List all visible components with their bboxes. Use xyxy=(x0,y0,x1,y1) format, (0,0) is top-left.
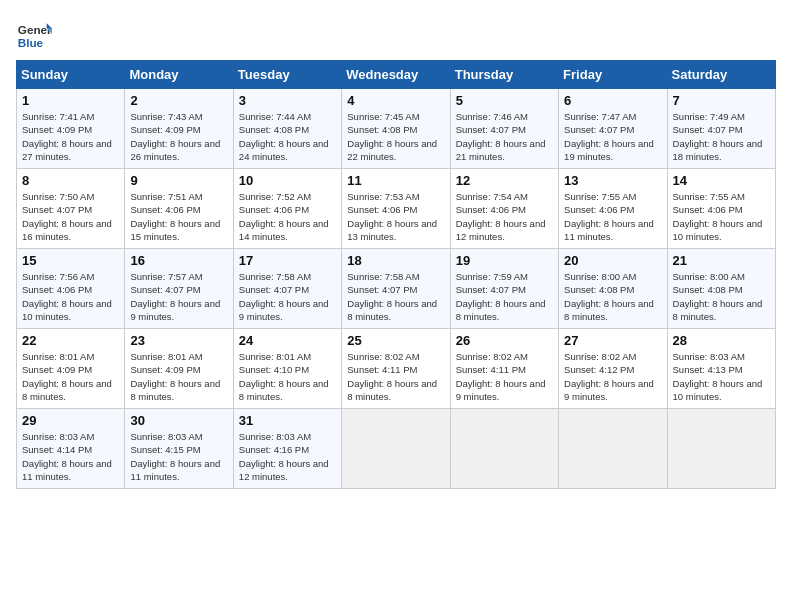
calendar-week-row: 15Sunrise: 7:56 AMSunset: 4:06 PMDayligh… xyxy=(17,249,776,329)
calendar-day-cell: 1Sunrise: 7:41 AMSunset: 4:09 PMDaylight… xyxy=(17,89,125,169)
day-info: Sunrise: 7:47 AMSunset: 4:07 PMDaylight:… xyxy=(564,110,661,163)
calendar-day-cell xyxy=(667,409,775,489)
day-number: 28 xyxy=(673,333,770,348)
calendar-day-cell xyxy=(342,409,450,489)
calendar-header: SundayMondayTuesdayWednesdayThursdayFrid… xyxy=(17,61,776,89)
weekday-header-wednesday: Wednesday xyxy=(342,61,450,89)
calendar-day-cell: 18Sunrise: 7:58 AMSunset: 4:07 PMDayligh… xyxy=(342,249,450,329)
calendar-day-cell: 2Sunrise: 7:43 AMSunset: 4:09 PMDaylight… xyxy=(125,89,233,169)
calendar-day-cell: 4Sunrise: 7:45 AMSunset: 4:08 PMDaylight… xyxy=(342,89,450,169)
day-number: 31 xyxy=(239,413,336,428)
calendar-day-cell: 7Sunrise: 7:49 AMSunset: 4:07 PMDaylight… xyxy=(667,89,775,169)
weekday-header-monday: Monday xyxy=(125,61,233,89)
calendar-day-cell: 6Sunrise: 7:47 AMSunset: 4:07 PMDaylight… xyxy=(559,89,667,169)
weekday-header-thursday: Thursday xyxy=(450,61,558,89)
day-info: Sunrise: 7:43 AMSunset: 4:09 PMDaylight:… xyxy=(130,110,227,163)
calendar-table: SundayMondayTuesdayWednesdayThursdayFrid… xyxy=(16,60,776,489)
calendar-day-cell: 11Sunrise: 7:53 AMSunset: 4:06 PMDayligh… xyxy=(342,169,450,249)
day-info: Sunrise: 7:50 AMSunset: 4:07 PMDaylight:… xyxy=(22,190,119,243)
calendar-day-cell: 10Sunrise: 7:52 AMSunset: 4:06 PMDayligh… xyxy=(233,169,341,249)
calendar-day-cell: 19Sunrise: 7:59 AMSunset: 4:07 PMDayligh… xyxy=(450,249,558,329)
calendar-day-cell: 3Sunrise: 7:44 AMSunset: 4:08 PMDaylight… xyxy=(233,89,341,169)
day-number: 7 xyxy=(673,93,770,108)
day-info: Sunrise: 8:03 AMSunset: 4:14 PMDaylight:… xyxy=(22,430,119,483)
day-number: 5 xyxy=(456,93,553,108)
calendar-day-cell: 25Sunrise: 8:02 AMSunset: 4:11 PMDayligh… xyxy=(342,329,450,409)
day-info: Sunrise: 8:01 AMSunset: 4:10 PMDaylight:… xyxy=(239,350,336,403)
calendar-day-cell: 27Sunrise: 8:02 AMSunset: 4:12 PMDayligh… xyxy=(559,329,667,409)
calendar-day-cell: 24Sunrise: 8:01 AMSunset: 4:10 PMDayligh… xyxy=(233,329,341,409)
day-info: Sunrise: 7:55 AMSunset: 4:06 PMDaylight:… xyxy=(673,190,770,243)
logo: General Blue xyxy=(16,16,52,52)
calendar-day-cell: 23Sunrise: 8:01 AMSunset: 4:09 PMDayligh… xyxy=(125,329,233,409)
calendar-day-cell: 17Sunrise: 7:58 AMSunset: 4:07 PMDayligh… xyxy=(233,249,341,329)
day-info: Sunrise: 8:02 AMSunset: 4:11 PMDaylight:… xyxy=(347,350,444,403)
calendar-day-cell: 13Sunrise: 7:55 AMSunset: 4:06 PMDayligh… xyxy=(559,169,667,249)
day-info: Sunrise: 8:03 AMSunset: 4:13 PMDaylight:… xyxy=(673,350,770,403)
day-info: Sunrise: 8:01 AMSunset: 4:09 PMDaylight:… xyxy=(130,350,227,403)
day-number: 29 xyxy=(22,413,119,428)
weekday-header-sunday: Sunday xyxy=(17,61,125,89)
day-info: Sunrise: 7:41 AMSunset: 4:09 PMDaylight:… xyxy=(22,110,119,163)
day-info: Sunrise: 7:57 AMSunset: 4:07 PMDaylight:… xyxy=(130,270,227,323)
day-number: 25 xyxy=(347,333,444,348)
day-info: Sunrise: 7:44 AMSunset: 4:08 PMDaylight:… xyxy=(239,110,336,163)
day-info: Sunrise: 7:58 AMSunset: 4:07 PMDaylight:… xyxy=(347,270,444,323)
day-number: 30 xyxy=(130,413,227,428)
calendar-day-cell xyxy=(450,409,558,489)
day-number: 24 xyxy=(239,333,336,348)
day-number: 8 xyxy=(22,173,119,188)
day-number: 9 xyxy=(130,173,227,188)
calendar-body: 1Sunrise: 7:41 AMSunset: 4:09 PMDaylight… xyxy=(17,89,776,489)
calendar-day-cell: 28Sunrise: 8:03 AMSunset: 4:13 PMDayligh… xyxy=(667,329,775,409)
weekday-header-friday: Friday xyxy=(559,61,667,89)
day-info: Sunrise: 7:55 AMSunset: 4:06 PMDaylight:… xyxy=(564,190,661,243)
weekday-header-saturday: Saturday xyxy=(667,61,775,89)
calendar-day-cell: 14Sunrise: 7:55 AMSunset: 4:06 PMDayligh… xyxy=(667,169,775,249)
day-number: 6 xyxy=(564,93,661,108)
calendar-day-cell: 22Sunrise: 8:01 AMSunset: 4:09 PMDayligh… xyxy=(17,329,125,409)
calendar-day-cell: 31Sunrise: 8:03 AMSunset: 4:16 PMDayligh… xyxy=(233,409,341,489)
day-number: 20 xyxy=(564,253,661,268)
day-number: 14 xyxy=(673,173,770,188)
page-header: General Blue xyxy=(16,16,776,52)
calendar-day-cell: 26Sunrise: 8:02 AMSunset: 4:11 PMDayligh… xyxy=(450,329,558,409)
day-info: Sunrise: 7:52 AMSunset: 4:06 PMDaylight:… xyxy=(239,190,336,243)
day-info: Sunrise: 8:00 AMSunset: 4:08 PMDaylight:… xyxy=(564,270,661,323)
weekday-header-tuesday: Tuesday xyxy=(233,61,341,89)
day-number: 19 xyxy=(456,253,553,268)
day-info: Sunrise: 8:01 AMSunset: 4:09 PMDaylight:… xyxy=(22,350,119,403)
day-number: 4 xyxy=(347,93,444,108)
day-info: Sunrise: 7:51 AMSunset: 4:06 PMDaylight:… xyxy=(130,190,227,243)
day-number: 22 xyxy=(22,333,119,348)
calendar-day-cell: 9Sunrise: 7:51 AMSunset: 4:06 PMDaylight… xyxy=(125,169,233,249)
day-info: Sunrise: 8:02 AMSunset: 4:12 PMDaylight:… xyxy=(564,350,661,403)
day-info: Sunrise: 7:45 AMSunset: 4:08 PMDaylight:… xyxy=(347,110,444,163)
calendar-day-cell xyxy=(559,409,667,489)
logo-icon: General Blue xyxy=(16,16,52,52)
day-number: 1 xyxy=(22,93,119,108)
day-number: 17 xyxy=(239,253,336,268)
calendar-day-cell: 21Sunrise: 8:00 AMSunset: 4:08 PMDayligh… xyxy=(667,249,775,329)
day-info: Sunrise: 7:46 AMSunset: 4:07 PMDaylight:… xyxy=(456,110,553,163)
day-number: 10 xyxy=(239,173,336,188)
calendar-day-cell: 30Sunrise: 8:03 AMSunset: 4:15 PMDayligh… xyxy=(125,409,233,489)
calendar-day-cell: 16Sunrise: 7:57 AMSunset: 4:07 PMDayligh… xyxy=(125,249,233,329)
calendar-day-cell: 12Sunrise: 7:54 AMSunset: 4:06 PMDayligh… xyxy=(450,169,558,249)
calendar-day-cell: 20Sunrise: 8:00 AMSunset: 4:08 PMDayligh… xyxy=(559,249,667,329)
calendar-week-row: 29Sunrise: 8:03 AMSunset: 4:14 PMDayligh… xyxy=(17,409,776,489)
day-number: 18 xyxy=(347,253,444,268)
day-info: Sunrise: 8:02 AMSunset: 4:11 PMDaylight:… xyxy=(456,350,553,403)
calendar-day-cell: 8Sunrise: 7:50 AMSunset: 4:07 PMDaylight… xyxy=(17,169,125,249)
day-number: 12 xyxy=(456,173,553,188)
day-info: Sunrise: 7:53 AMSunset: 4:06 PMDaylight:… xyxy=(347,190,444,243)
day-info: Sunrise: 8:00 AMSunset: 4:08 PMDaylight:… xyxy=(673,270,770,323)
svg-text:Blue: Blue xyxy=(18,36,44,49)
weekday-header-row: SundayMondayTuesdayWednesdayThursdayFrid… xyxy=(17,61,776,89)
day-number: 3 xyxy=(239,93,336,108)
day-info: Sunrise: 7:59 AMSunset: 4:07 PMDaylight:… xyxy=(456,270,553,323)
day-info: Sunrise: 7:54 AMSunset: 4:06 PMDaylight:… xyxy=(456,190,553,243)
day-info: Sunrise: 7:58 AMSunset: 4:07 PMDaylight:… xyxy=(239,270,336,323)
day-number: 26 xyxy=(456,333,553,348)
calendar-week-row: 22Sunrise: 8:01 AMSunset: 4:09 PMDayligh… xyxy=(17,329,776,409)
